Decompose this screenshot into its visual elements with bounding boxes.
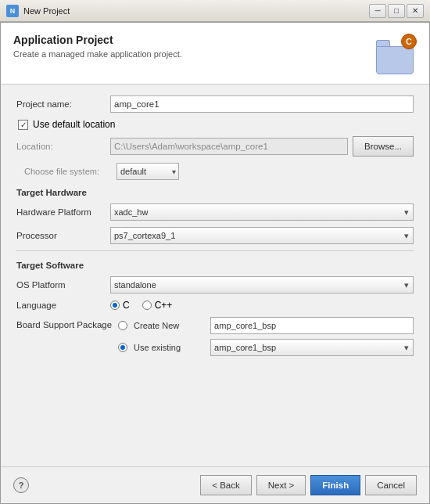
processor-label: Processor [16,231,110,240]
lang-c-option[interactable]: C [110,300,130,311]
next-button[interactable]: Next > [256,475,306,495]
footer-right: < Back Next > Finish Cancel [200,475,417,495]
target-software-section: Target Software [16,261,414,270]
project-name-label: Project name: [16,99,110,109]
dialog-footer: ? < Back Next > Finish Cancel [1,466,429,503]
location-label: Location: [16,142,110,151]
bsp-use-existing-radio[interactable] [118,343,127,352]
bsp-use-existing-row: Use existing amp_core1_bsp [118,339,414,356]
hardware-platform-label: Hardware Platform [16,207,110,217]
language-radio-group: C C++ [110,300,172,311]
title-bar-text: New Project [23,6,364,16]
hardware-platform-select-wrapper: xadc_hw [110,203,414,221]
os-platform-select[interactable]: standalone [110,276,414,293]
bsp-create-new-row: Create New [118,317,414,334]
dialog-title: Application Project [13,34,182,46]
bsp-use-existing-select-wrapper: amp_core1_bsp [210,339,414,356]
hardware-platform-group: Hardware Platform xadc_hw [16,203,414,221]
dialog-icon: C [376,34,417,74]
lang-c-label: C [123,300,130,311]
dialog: Application Project Create a managed mak… [0,22,430,504]
bsp-use-existing-select[interactable]: amp_core1_bsp [210,339,414,356]
use-default-location-label: Use default location [33,119,115,130]
footer-left: ? [13,477,29,493]
processor-group: Processor ps7_cortexa9_1 [16,227,414,244]
lang-cpp-radio[interactable] [142,301,152,310]
separator-1 [16,250,414,251]
back-button[interactable]: < Back [200,475,251,495]
bsp-group: Board Support Package Create New Use exi… [16,317,414,356]
maximize-button[interactable]: □ [388,4,405,18]
bsp-create-new-input[interactable] [210,317,414,334]
bsp-create-new-radio[interactable] [118,321,127,330]
title-bar-controls: ─ □ ✕ [369,4,424,18]
folder-tab-shape [376,40,390,46]
dialog-header-text: Application Project Create a managed mak… [13,34,182,59]
filesystem-select-wrapper: default [116,163,179,180]
bsp-options-col: Create New Use existing amp_core1_bsp [118,317,414,356]
folder-shape [376,46,414,74]
app-icon: N [6,5,19,17]
location-input [110,138,348,155]
help-button[interactable]: ? [13,477,29,493]
location-group: Location: Browse... [16,136,414,157]
close-button[interactable]: ✕ [407,4,424,18]
language-label: Language [16,301,110,310]
title-bar: N New Project ─ □ ✕ [0,0,430,22]
use-default-location-row[interactable]: ✓ Use default location [16,119,414,130]
filesystem-label: Choose file system: [24,167,110,176]
project-name-group: Project name: [16,95,414,113]
processor-select-wrapper: ps7_cortexa9_1 [110,227,414,244]
hardware-platform-select[interactable]: xadc_hw [110,203,414,221]
cancel-button[interactable]: Cancel [365,475,417,495]
finish-button[interactable]: Finish [310,475,360,495]
dialog-header: Application Project Create a managed mak… [1,23,429,85]
dialog-content: Project name: ✓ Use default location Loc… [1,85,429,466]
os-platform-label: OS Platform [16,280,110,290]
os-platform-select-wrapper: standalone [110,276,414,293]
minimize-button[interactable]: ─ [369,4,386,18]
dialog-subtitle: Create a managed make application projec… [13,49,182,59]
lang-cpp-option[interactable]: C++ [142,300,173,311]
use-default-location-checkbox[interactable]: ✓ [18,120,28,130]
lang-c-radio[interactable] [110,301,120,310]
target-hardware-section: Target Hardware [16,188,414,197]
bsp-label: Board Support Package [16,317,118,329]
os-platform-group: OS Platform standalone [16,276,414,293]
bsp-create-new-label: Create New [134,321,204,330]
filesystem-select[interactable]: default [116,163,179,180]
bsp-use-existing-label: Use existing [134,343,204,352]
language-group: Language C C++ [16,300,414,311]
filesystem-row: Choose file system: default [16,163,414,180]
browse-button[interactable]: Browse... [353,136,414,157]
processor-select[interactable]: ps7_cortexa9_1 [110,227,414,244]
lang-cpp-label: C++ [155,300,173,311]
project-name-input[interactable] [110,95,414,113]
c-badge: C [401,34,417,49]
